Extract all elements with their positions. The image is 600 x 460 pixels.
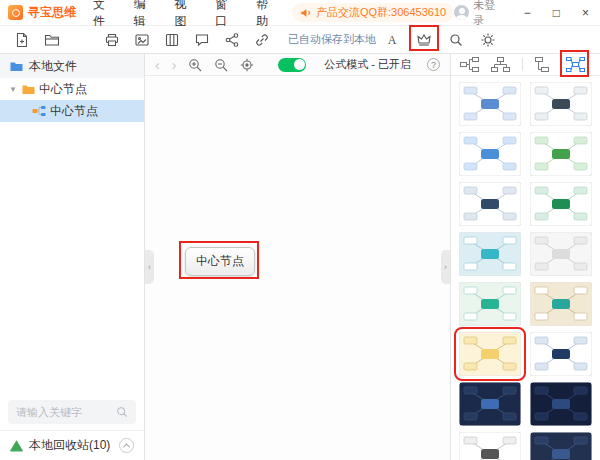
recycle-icon xyxy=(10,440,23,452)
sidebar: 本地文件 ▾中心节点中心节点 本地回收站(10) xyxy=(0,54,145,460)
text-style-icon[interactable]: A xyxy=(380,29,404,51)
collapse-up-icon[interactable] xyxy=(119,438,134,453)
open-folder-icon[interactable] xyxy=(40,29,64,51)
folder-orange-icon xyxy=(22,84,35,95)
avatar-icon xyxy=(454,5,469,20)
theme-thumbnail-5[interactable] xyxy=(530,182,592,226)
theme-thumbnail-6[interactable] xyxy=(459,232,521,276)
zoom-in-icon[interactable] xyxy=(188,58,202,72)
locate-icon[interactable] xyxy=(240,58,254,72)
titlebar: 寻宝思维 文件编辑视图窗口帮助 产品交流QQ群:306453610 未登录 − … xyxy=(0,0,600,26)
tree-item-1[interactable]: 中心节点 xyxy=(0,100,144,122)
recycle-bin-row[interactable]: 本地回收站(10) xyxy=(0,430,144,460)
back-icon[interactable]: ‹ xyxy=(155,58,160,72)
share-icon[interactable] xyxy=(220,29,244,51)
help-icon[interactable]: ? xyxy=(427,58,440,71)
search-small-icon xyxy=(116,406,128,418)
qq-group-label: 产品交流QQ群:306453610 xyxy=(316,5,446,20)
qq-group-badge[interactable]: 产品交流QQ群:306453610 xyxy=(292,3,454,22)
canvas-toolbar: ‹ › 公式模式 - 已开启 ? xyxy=(145,54,450,76)
theme-thumbnail-14[interactable] xyxy=(459,432,521,460)
theme-thumbnail-7[interactable] xyxy=(530,232,592,276)
theme-thumbnail-2[interactable] xyxy=(459,132,521,176)
recycle-bin-label: 本地回收站(10) xyxy=(29,437,110,454)
sidebar-header-label: 本地文件 xyxy=(29,58,77,75)
formula-mode-toggle[interactable] xyxy=(278,58,306,72)
settings-icon[interactable] xyxy=(476,29,500,51)
structure-org-icon[interactable] xyxy=(491,57,510,72)
structure-mindmap-icon[interactable] xyxy=(566,57,585,72)
link-icon[interactable] xyxy=(250,29,274,51)
theme-thumbnail-15[interactable] xyxy=(530,432,592,460)
structure-logic-icon[interactable] xyxy=(460,57,479,72)
tree-item-label: 中心节点 xyxy=(39,81,87,98)
theme-thumbnail-11[interactable] xyxy=(530,332,592,376)
login-status-label: 未登录 xyxy=(473,0,504,28)
board-icon[interactable] xyxy=(160,29,184,51)
tree-item-0[interactable]: ▾中心节点 xyxy=(0,78,144,100)
rightpanel-collapse-handle[interactable]: › xyxy=(441,250,450,284)
theme-thumbnail-9[interactable] xyxy=(530,282,592,326)
print-icon[interactable] xyxy=(100,29,124,51)
folder-blue-icon xyxy=(10,61,23,72)
autosave-status: 已自动保存到本地 xyxy=(288,32,376,47)
canvas[interactable]: ‹ › 公式模式 - 已开启 ? 中心节点 ‹ › xyxy=(145,54,450,460)
sidebar-search[interactable] xyxy=(8,400,136,424)
theme-thumbnail-3[interactable] xyxy=(530,132,592,176)
theme-grid xyxy=(451,76,600,460)
formula-mode-label: 公式模式 - 已开启 xyxy=(324,57,411,72)
structure-tree-icon[interactable] xyxy=(535,57,554,72)
toolbar-divider xyxy=(522,58,523,71)
right-panel xyxy=(450,54,600,460)
app-name: 寻宝思维 xyxy=(28,4,76,21)
theme-thumbnail-8[interactable] xyxy=(459,282,521,326)
comment-icon[interactable] xyxy=(190,29,214,51)
tree-item-label: 中心节点 xyxy=(50,103,98,120)
structure-toolbar xyxy=(451,54,600,76)
close-button[interactable]: × xyxy=(571,0,600,26)
theme-thumbnail-4[interactable] xyxy=(459,182,521,226)
file-tree: ▾中心节点中心节点 xyxy=(0,78,144,122)
theme-icon[interactable] xyxy=(412,29,436,51)
image-icon[interactable] xyxy=(130,29,154,51)
new-file-icon[interactable] xyxy=(10,29,34,51)
central-node[interactable]: 中心节点 xyxy=(185,247,255,276)
search-icon[interactable] xyxy=(444,29,468,51)
theme-thumbnail-0[interactable] xyxy=(459,82,521,126)
theme-thumbnail-12[interactable] xyxy=(459,382,521,426)
megaphone-icon xyxy=(300,7,312,19)
theme-thumbnail-1[interactable] xyxy=(530,82,592,126)
caret-down-icon: ▾ xyxy=(8,84,18,94)
maximize-button[interactable]: □ xyxy=(542,0,571,26)
minimize-button[interactable]: − xyxy=(513,0,542,26)
zoom-out-icon[interactable] xyxy=(214,58,228,72)
forward-icon[interactable]: › xyxy=(172,58,177,72)
theme-thumbnail-13[interactable] xyxy=(530,382,592,426)
login-status[interactable]: 未登录 xyxy=(454,0,504,28)
main-toolbar: 已自动保存到本地 A xyxy=(0,26,600,54)
svg-text:A: A xyxy=(388,33,397,47)
search-input[interactable] xyxy=(16,406,110,418)
mindmap-file-icon xyxy=(32,105,46,117)
sidebar-header: 本地文件 xyxy=(0,54,144,78)
app-logo-icon xyxy=(8,5,23,20)
sidebar-collapse-handle[interactable]: ‹ xyxy=(145,250,154,284)
theme-thumbnail-selected[interactable] xyxy=(459,332,521,376)
